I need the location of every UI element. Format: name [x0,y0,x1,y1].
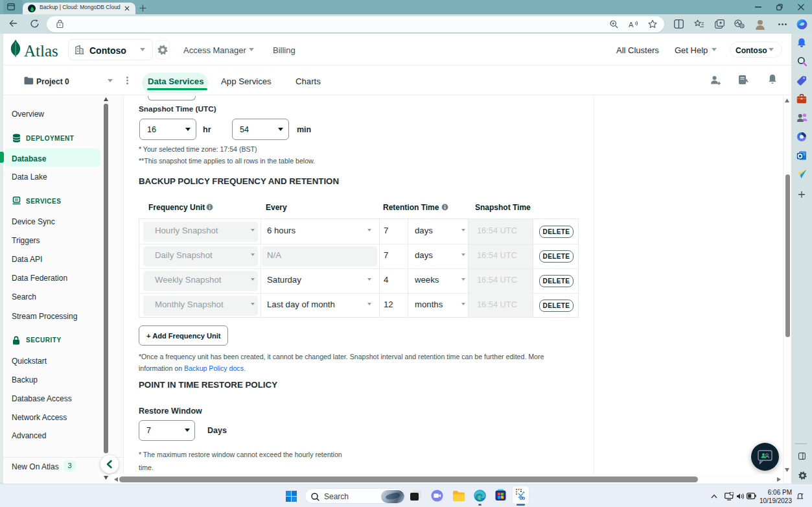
svg-text:A: A [629,21,634,29]
